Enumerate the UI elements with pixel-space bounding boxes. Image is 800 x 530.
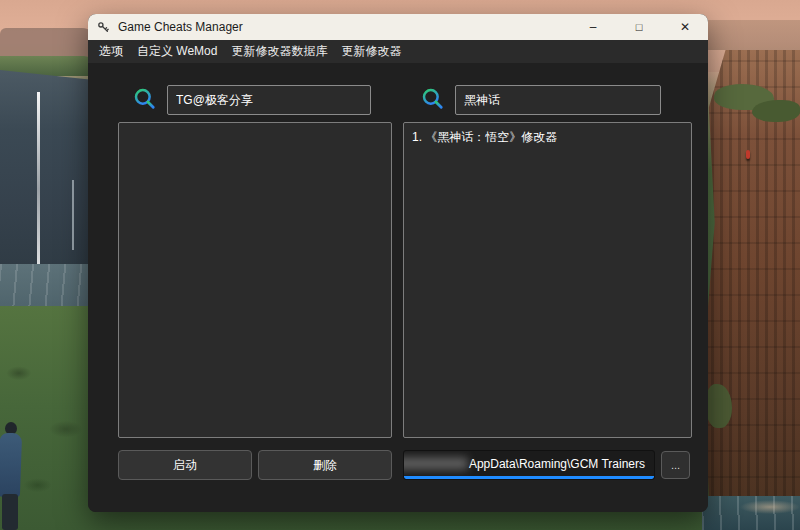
- figure-body: [0, 433, 22, 498]
- trainer-path-text: AppData\Roaming\GCM Trainers: [469, 457, 645, 471]
- app-window: Game Cheats Manager – □ ✕ 选项 自定义 WeMod 更…: [88, 14, 708, 512]
- wallpaper-river: [0, 264, 94, 308]
- wallpaper-distant-mesa-left: [0, 28, 96, 58]
- titlebar[interactable]: Game Cheats Manager – □ ✕: [88, 14, 708, 40]
- search-icon: [420, 86, 446, 116]
- window-title: Game Cheats Manager: [118, 20, 243, 34]
- wallpaper-waterfall-small: [72, 180, 74, 250]
- menu-item-update-trainers[interactable]: 更新修改器: [334, 40, 408, 63]
- search-icon: [132, 86, 158, 116]
- wallpaper-right-cliff: [702, 50, 800, 530]
- trainer-search-input[interactable]: [455, 85, 661, 115]
- list-item[interactable]: 1. 《黑神话：悟空》修改器: [404, 123, 691, 150]
- figure-legs: [2, 494, 18, 530]
- key-icon: [97, 20, 111, 34]
- menu-item-update-trainer-db[interactable]: 更新修改器数据库: [224, 40, 334, 63]
- wallpaper-vegetation: [706, 384, 732, 428]
- wallpaper-left-cliff: [0, 70, 94, 272]
- window-controls: – □ ✕: [570, 14, 708, 40]
- path-accent-underline: [404, 476, 654, 479]
- redacted-username: [403, 457, 468, 470]
- app-body: 1. 《黑神话：悟空》修改器 启动 删除 AppData\Roaming\GCM…: [88, 63, 708, 512]
- wallpaper-red-climber: [746, 150, 750, 159]
- trainer-path-field[interactable]: AppData\Roaming\GCM Trainers: [403, 450, 655, 480]
- wallpaper-person-figure: [0, 406, 26, 530]
- wallpaper-green-cap: [752, 100, 800, 122]
- minimize-button[interactable]: –: [570, 14, 616, 40]
- downloadable-trainers-list[interactable]: [118, 122, 392, 438]
- downloadable-search-input[interactable]: [167, 85, 371, 115]
- wallpaper-sun-glow: [740, 500, 800, 514]
- delete-button[interactable]: 删除: [258, 450, 392, 480]
- installed-trainers-list[interactable]: 1. 《黑神话：悟空》修改器: [403, 122, 692, 438]
- wallpaper-waterfall: [37, 92, 40, 268]
- menubar: 选项 自定义 WeMod 更新修改器数据库 更新修改器: [88, 40, 708, 63]
- menu-item-custom-wemod[interactable]: 自定义 WeMod: [130, 40, 224, 63]
- launch-button[interactable]: 启动: [118, 450, 252, 480]
- close-button[interactable]: ✕: [662, 14, 708, 40]
- menu-item-options[interactable]: 选项: [92, 40, 130, 63]
- browse-button[interactable]: ...: [661, 451, 690, 479]
- maximize-button[interactable]: □: [616, 14, 662, 40]
